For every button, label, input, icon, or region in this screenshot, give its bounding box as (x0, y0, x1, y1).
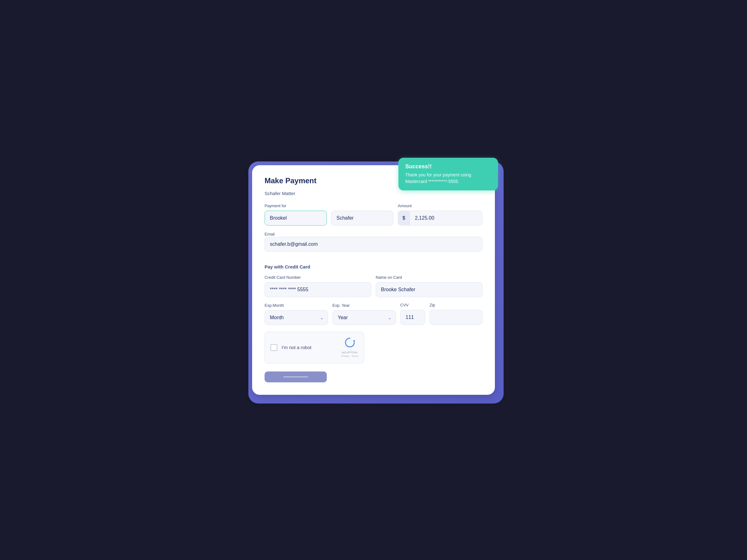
amount-label: Amount (398, 204, 483, 208)
toast-body: Thank you for your payment using Masterc… (405, 172, 491, 185)
matter-name: Schafer Matter (264, 191, 483, 196)
payment-for-row: Payment for Amount $ (264, 204, 483, 225)
recaptcha-box: I'm not a robot reCAPTCHA Privacy · Term… (264, 331, 364, 363)
card-number-group: Credit Card Number (264, 275, 371, 297)
last-name-input[interactable] (331, 211, 393, 225)
exp-year-label: Exp. Year (332, 303, 396, 308)
success-toast: Success!! Thank you for your payment usi… (398, 158, 498, 190)
zip-group: Zip (430, 303, 483, 325)
exp-year-select-wrapper: Year 2024 2025 2026 2027 2028 2029 2030 … (332, 310, 396, 325)
cvv-label: CVV (400, 303, 425, 308)
name-on-card-group: Name on Card (376, 275, 483, 297)
exp-month-select[interactable]: Month 01 - January 02 - February 03 - Ma… (264, 310, 328, 325)
zip-input[interactable] (430, 310, 483, 325)
recaptcha-label: I'm not a robot (282, 345, 337, 350)
dollar-sign: $ (398, 211, 410, 225)
first-name-input[interactable] (264, 211, 327, 225)
card-details-row: Credit Card Number Name on Card (264, 275, 483, 297)
card-number-label: Credit Card Number (264, 275, 371, 280)
exp-month-label: Exp.Month (264, 303, 328, 308)
payment-card: Success!! Thank you for your payment usi… (252, 165, 495, 395)
card-number-input[interactable] (264, 282, 371, 297)
exp-year-select[interactable]: Year 2024 2025 2026 2027 2028 2029 2030 (332, 310, 396, 325)
name-on-card-label: Name on Card (376, 275, 483, 280)
name-on-card-input[interactable] (376, 282, 483, 297)
exp-row: Exp.Month Month 01 - January 02 - Februa… (264, 303, 483, 325)
recaptcha-checkbox[interactable] (271, 344, 277, 351)
credit-card-section-title: Pay with Credit Card (264, 264, 483, 269)
amount-input[interactable] (410, 211, 482, 225)
submit-button[interactable] (264, 371, 327, 382)
toast-title: Success!! (405, 163, 491, 170)
cvv-input[interactable] (400, 310, 425, 325)
exp-month-group: Exp.Month Month 01 - January 02 - Februa… (264, 303, 328, 325)
exp-year-group: Exp. Year Year 2024 2025 2026 2027 2028 … (332, 303, 396, 325)
email-group: Email (264, 231, 483, 257)
zip-label: Zip (430, 303, 483, 308)
recaptcha-logo: reCAPTCHA Privacy · Terms (341, 337, 358, 358)
cvv-group: CVV (400, 303, 425, 325)
btn-line (283, 376, 308, 377)
amount-field-group: $ (398, 211, 483, 225)
payment-for-label: Payment for (264, 204, 393, 208)
recaptcha-brand-text: reCAPTCHA Privacy · Terms (341, 351, 358, 358)
exp-month-select-wrapper: Month 01 - January 02 - February 03 - Ma… (264, 310, 328, 325)
payment-for-group: Payment for (264, 204, 393, 225)
recaptcha-icon (344, 337, 356, 350)
email-input[interactable] (264, 237, 483, 252)
email-label: Email (264, 232, 275, 236)
amount-group-col: Amount $ (398, 204, 483, 225)
